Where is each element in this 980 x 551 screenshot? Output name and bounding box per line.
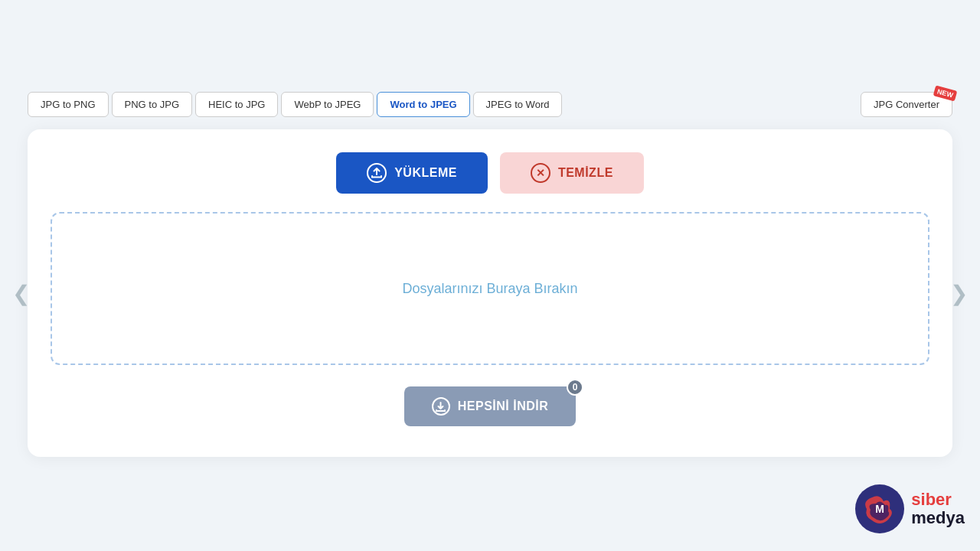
download-row: HEPSİNİ İNDİR 0 [51, 386, 929, 426]
main-card: ❮ YÜKLEME ✕ TEMİZLE Dosyalarınızı Buraya… [28, 129, 952, 457]
tab-heic-to-jpg[interactable]: HEIC to JPG [195, 92, 278, 117]
download-label: HEPSİNİ İNDİR [458, 399, 549, 413]
drop-zone-text: Dosyalarınızı Buraya Bırakın [402, 281, 577, 297]
tab-jpeg-to-word[interactable]: JPEG to Word [473, 92, 563, 117]
download-icon [432, 397, 450, 416]
clear-button[interactable]: ✕ TEMİZLE [500, 152, 644, 194]
tab-word-to-jpeg[interactable]: Word to JPEG [377, 92, 469, 117]
upload-label: YÜKLEME [394, 166, 457, 180]
logo-text: siber medya [911, 491, 965, 527]
svg-text:M: M [875, 503, 884, 515]
prev-arrow[interactable]: ❮ [12, 281, 30, 306]
upload-button[interactable]: YÜKLEME [336, 152, 488, 194]
next-arrow[interactable]: ❯ [950, 281, 968, 306]
action-buttons: YÜKLEME ✕ TEMİZLE [51, 152, 929, 194]
download-count-badge: 0 [567, 379, 583, 396]
tab-png-to-jpg[interactable]: PNG to JPG [112, 92, 193, 117]
tab-webp-to-jpeg[interactable]: WebP to JPEG [281, 92, 374, 117]
upload-icon [367, 163, 387, 183]
nav-tabs-container: JPG to PNG PNG to JPG HEIC to JPG WebP t… [0, 0, 980, 117]
logo-icon: M [853, 482, 906, 536]
tab-jpg-to-png[interactable]: JPG to PNG [28, 92, 109, 117]
tab-jpg-converter[interactable]: JPG Converter NEW [861, 92, 952, 117]
drop-zone[interactable]: Dosyalarınızı Buraya Bırakın [51, 212, 929, 365]
clear-icon: ✕ [531, 163, 550, 183]
logo-area: M siber medya [853, 482, 965, 536]
download-button[interactable]: HEPSİNİ İNDİR 0 [404, 386, 577, 426]
clear-label: TEMİZLE [558, 166, 613, 180]
